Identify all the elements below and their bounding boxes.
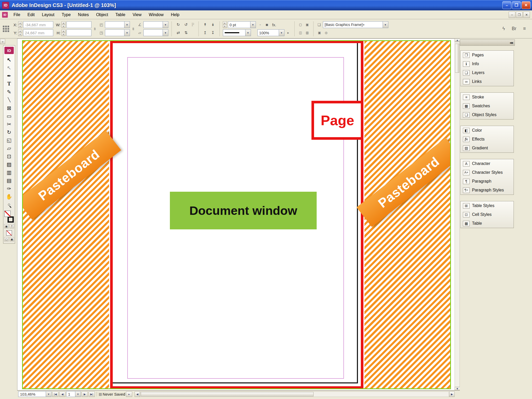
minimize-button[interactable]: – xyxy=(502,1,511,9)
last-page-button[interactable]: ▶| xyxy=(89,391,95,397)
eyedropper-tool[interactable]: ✑ xyxy=(4,184,14,192)
document-canvas[interactable]: Page Document window Pasteboard Pasteboa… xyxy=(17,38,455,390)
panel-table[interactable]: ▦ Table xyxy=(461,219,514,228)
next-page-button[interactable]: ▶ xyxy=(82,391,88,397)
scale-tool[interactable]: ◱ xyxy=(4,136,14,144)
line-tool[interactable]: ╲ xyxy=(4,96,14,104)
zoom-level-combo[interactable]: 103,46% xyxy=(18,391,51,397)
normal-view-button[interactable]: ▢ xyxy=(4,237,9,241)
panel-layers[interactable]: ❏ Layers xyxy=(461,68,514,77)
panel-cell-styles[interactable]: ⊡ Cell Styles xyxy=(461,210,514,219)
panel-gradient[interactable]: ▧ Gradient xyxy=(461,144,514,152)
flip-horizontal-button[interactable]: ⇄ xyxy=(175,29,182,36)
rectangle-frame-tool[interactable]: ⊠ xyxy=(4,104,14,112)
menu-layout[interactable]: Layout xyxy=(38,10,58,19)
rotate-cw-button[interactable]: ↻ xyxy=(175,21,182,28)
menu-file[interactable]: File xyxy=(10,10,24,19)
h-value-field[interactable] xyxy=(66,29,91,36)
panel-pages[interactable]: ❐ Pages xyxy=(461,51,514,59)
scale-x-combo[interactable] xyxy=(105,21,130,28)
x-value-field[interactable]: -34,667 mm xyxy=(23,21,53,28)
opacity-expand-button[interactable]: ▸ xyxy=(285,29,291,36)
select-previous-object-button[interactable]: ↥ xyxy=(202,29,209,36)
vertical-scroll-thumb[interactable] xyxy=(455,44,459,73)
panel-swatches[interactable]: ▩ Swatches xyxy=(461,102,514,110)
rotate-tool[interactable]: ↻ xyxy=(4,128,14,136)
object-style-combo[interactable]: [Basic Graphics Frame]+ xyxy=(323,21,388,28)
menu-table[interactable]: Table xyxy=(112,10,129,19)
scroll-up-button[interactable]: ▲ xyxy=(455,38,460,42)
scissors-tool[interactable]: ✂ xyxy=(4,120,14,128)
panel-paragraph[interactable]: ¶ Paragraph xyxy=(461,177,514,186)
horizontal-scrollbar[interactable]: ◀ ▶ xyxy=(135,391,455,397)
doc-restore-button[interactable]: ❐ xyxy=(516,12,523,18)
panel-stroke[interactable]: ≡ Stroke xyxy=(461,93,514,102)
panel-table-styles[interactable]: ⊞ Table Styles xyxy=(461,201,514,210)
panel-paragraph-styles[interactable]: ¶+ Paragraph Styles xyxy=(461,186,514,195)
stroke-weight-spinner[interactable] xyxy=(223,21,227,28)
go-to-bridge-button[interactable]: Br xyxy=(511,25,517,32)
formatting-affects-container-button[interactable]: ▣ xyxy=(4,224,9,228)
reference-point-proxy[interactable] xyxy=(2,25,10,33)
formatting-affects-text-button[interactable]: T xyxy=(10,224,14,228)
wrap-jump-button[interactable]: ▥ xyxy=(304,29,310,36)
opacity-combo[interactable]: 100% xyxy=(257,29,284,36)
w-spinner[interactable] xyxy=(62,21,65,28)
menu-notes[interactable]: Notes xyxy=(74,10,92,19)
flip-vertical-button[interactable]: ⇅ xyxy=(183,29,189,36)
free-transform-tool[interactable]: ⊡ xyxy=(4,152,14,160)
scroll-down-button[interactable]: ▼ xyxy=(455,387,460,390)
direct-selection-tool[interactable]: ↖ xyxy=(4,64,14,72)
frame-fitting-button[interactable]: ▣ xyxy=(317,29,322,36)
stroke-weight-combo[interactable]: 0 pt xyxy=(228,21,256,28)
gradient-feather-tool[interactable]: ▥ xyxy=(4,168,14,176)
shear-tool[interactable]: ▱ xyxy=(4,144,14,152)
status-expand-button[interactable]: ▸ xyxy=(126,391,132,397)
w-value-field[interactable] xyxy=(66,21,91,28)
panel-links[interactable]: ∞ Links xyxy=(461,77,514,86)
pen-tool[interactable]: ✒ xyxy=(4,72,14,80)
corner-options-button[interactable]: ◎ xyxy=(323,29,329,36)
wrap-bounding-box-button[interactable]: ▣ xyxy=(304,21,310,28)
quick-apply-button[interactable]: ϟ xyxy=(500,25,507,32)
constrain-scale-link-icon[interactable]: ∞ xyxy=(131,27,136,31)
y-value-field[interactable]: 24,667 mm xyxy=(23,29,53,36)
scroll-left-button[interactable]: ◀ xyxy=(135,391,140,397)
first-page-button[interactable]: |◀ xyxy=(52,391,58,397)
horizontal-scroll-thumb[interactable] xyxy=(141,392,314,396)
menu-help[interactable]: Help xyxy=(167,10,183,19)
drop-shadow-button[interactable]: ◼ xyxy=(264,21,270,28)
panel-color[interactable]: ◧ Color xyxy=(461,126,514,135)
close-button[interactable]: ✕ xyxy=(522,1,530,9)
type-tool[interactable]: T xyxy=(4,80,14,88)
restore-button[interactable]: ❐ xyxy=(512,1,521,9)
rotation-angle-combo[interactable] xyxy=(143,21,168,28)
menu-type[interactable]: Type xyxy=(58,10,74,19)
control-panel-menu-button[interactable]: ≡ xyxy=(521,25,528,32)
menu-object[interactable]: Object xyxy=(92,10,112,19)
select-container-button[interactable]: ↟ xyxy=(202,21,209,28)
horizontal-scroll-track[interactable] xyxy=(140,391,449,397)
selection-tool[interactable]: ↖ xyxy=(4,56,14,64)
preview-view-button[interactable]: ▣ xyxy=(10,237,14,241)
title-bar[interactable]: ID Adobe InDesign CS3 - [Untitled-1 @ 10… xyxy=(0,0,532,10)
panel-effects[interactable]: fx Effects xyxy=(461,135,514,144)
menu-edit[interactable]: Edit xyxy=(24,10,38,19)
select-content-button[interactable]: ↡ xyxy=(210,21,216,28)
scroll-right-button[interactable]: ▶ xyxy=(449,391,455,397)
wrap-object-shape-button[interactable]: ◫ xyxy=(298,29,303,36)
menu-window[interactable]: Window xyxy=(145,10,167,19)
doc-close-button[interactable]: ✕ xyxy=(523,12,530,18)
pasteboard-area[interactable]: Page Document window Pasteboard Pasteboa… xyxy=(22,40,451,389)
menu-view[interactable]: View xyxy=(129,10,145,19)
apply-none-button[interactable] xyxy=(6,230,12,236)
panel-object-styles[interactable]: ❑ Object Styles xyxy=(461,110,514,119)
rotate-ccw-button[interactable]: ↺ xyxy=(183,21,189,28)
panel-character-styles[interactable]: A+ Character Styles xyxy=(461,168,514,177)
no-effect-button[interactable]: ▫ xyxy=(257,21,263,28)
panel-character[interactable]: A Character xyxy=(461,159,514,168)
effects-fx-button[interactable]: fx. xyxy=(271,21,278,28)
select-next-object-button[interactable]: ↧ xyxy=(210,29,216,36)
constrain-dimensions-link-icon[interactable]: ∞ xyxy=(93,27,97,31)
toolbox-collapse-arrows-icon[interactable]: » xyxy=(0,39,5,44)
